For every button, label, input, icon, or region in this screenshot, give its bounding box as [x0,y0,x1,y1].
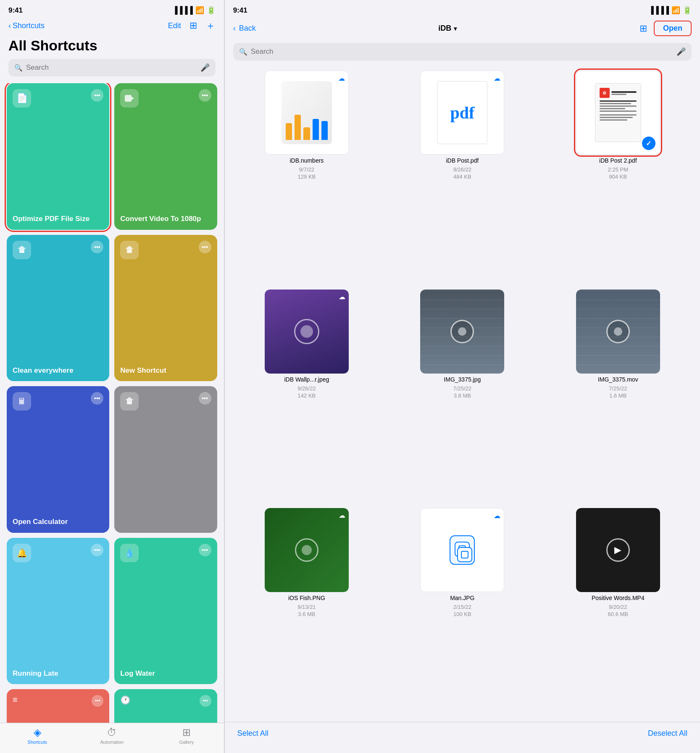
file-name-idb-wallpaper: iDB Wallp...r.jpeg [284,376,329,383]
back-button-left[interactable]: ‹ Shortcuts [8,21,45,30]
partial-more-teal[interactable]: ••• [200,695,211,707]
doc-visual: ⚙ [595,83,641,142]
search-bar-right[interactable]: 🔍 🎤 [233,43,692,61]
grid-icon[interactable]: ⊞ [189,20,197,31]
status-icons-left: ▐▐▐▐ 📶 🔋 [173,6,216,15]
shortcut-card-open-calculator[interactable]: 🖩 ••• Open Calculator [7,386,109,533]
play-circle-icon: ▶ [606,538,630,562]
shortcut-card-clean-everywhere[interactable]: ••• Clean everywhere [7,235,109,382]
add-icon[interactable]: ＋ [205,19,216,32]
back-button-right[interactable]: ‹ Back [233,24,256,33]
back-label-right: Back [239,24,256,33]
deselect-all-button[interactable]: Deselect All [648,729,687,738]
file-item-man-jpg[interactable]: ☁ Man.JPG 2/15/22 [389,508,536,719]
tab-gallery[interactable]: ⊞ Gallery [149,727,224,745]
partial-more-salmon[interactable]: ••• [92,695,103,707]
file-item-positive-words[interactable]: ▶ Positive Words.MP4 9/20/22 60.6 MB [545,508,692,719]
status-icons-right: ▐▐▐▐ 📶 🔋 [649,6,692,15]
automation-tab-icon: ⏱ [107,727,117,738]
search-input-left[interactable] [26,63,197,72]
file-item-ios-fish[interactable]: ☁ iOS Fish.PNG 9/13/21 3.6 MB [233,508,380,719]
partial-icon-teal: 🕐 [120,695,131,705]
card-icon-open-calculator: 🖩 [13,392,31,411]
file-size-positive-words: 60.6 MB [608,611,628,617]
svg-rect-0 [125,95,132,102]
chevron-left-icon: ‹ [8,21,11,30]
file-size-ios-fish: 3.6 MB [298,611,315,617]
file-date-idb-wallpaper: 9/26/22 [297,385,316,392]
mic-icon-right[interactable]: 🎤 [676,47,686,56]
bottom-actions-right: Select All Deselect All [225,722,700,753]
card-more-log-water[interactable]: ••• [199,544,211,556]
file-item-idb-numbers[interactable]: ☁ iDB.numbers 9/7/22 129 KB [233,71,380,281]
partial-cards-row: ≡ ••• 🕐 ••• [0,689,224,723]
card-icon-convert-video [120,89,139,108]
status-bar-left: 9:41 ▐▐▐▐ 📶 🔋 [0,0,224,17]
automation-tab-label: Automation [100,740,124,745]
file-item-idb-wallpaper[interactable]: ☁ iDB Wallp...r.jpeg 9/26/22 142 KB [233,290,380,500]
card-more-running-late[interactable]: ••• [91,544,103,556]
grid-view-icon-right[interactable]: ⊞ [639,23,647,34]
file-item-img-3375-jpg[interactable]: IMG_3375.jpg 7/25/22 3.8 MB [389,290,536,500]
file-date-img-3375-jpg: 7/25/22 [453,385,471,392]
mic-icon-left[interactable]: 🎤 [200,63,210,72]
cloud-icon-idb-numbers: ☁ [338,74,345,82]
battery-icon: 🔋 [207,6,216,15]
card-icon-optimize-pdf: 📄 [13,89,31,108]
card-label-convert-video: Convert Video To 1080p [120,214,211,224]
svg-rect-4 [128,402,131,404]
tab-shortcuts[interactable]: ◈ Shortcuts [0,727,75,745]
file-item-idb-post-pdf[interactable]: ☁ pdf iDB Post.pdf 9/26/22 484 KB [389,71,536,281]
card-label-log-water: Log Water [120,669,211,678]
card-label-running-late: Running Late [13,669,103,678]
open-button[interactable]: Open [654,21,692,36]
card-label-optimize-pdf: Optimize PDF File Size [13,214,103,224]
file-item-idb-post-2-pdf[interactable]: ⚙ [545,71,692,281]
dropdown-chevron-icon[interactable]: ▾ [454,25,457,32]
card-more-optimize-pdf[interactable]: ••• [91,89,103,102]
file-name-idb-post-pdf: iDB Post.pdf [446,157,479,164]
cloud-icon-idb-wallpaper: ☁ [339,293,345,301]
card-label-clean-everywhere: Clean everywhere [13,366,103,375]
cloud-icon-idb-post-pdf: ☁ [494,74,500,82]
search-input-right[interactable] [251,47,673,56]
file-thumb-man-jpg: ☁ [420,508,504,592]
card-label-new-shortcut: New Shortcut [120,366,211,375]
card-more-convert-video[interactable]: ••• [199,89,211,102]
file-date-positive-words: 9/20/22 [609,604,627,610]
card-more-open-calculator[interactable]: ••• [91,392,103,405]
file-size-man-jpg: 100 KB [453,611,471,617]
card-more-new-shortcut[interactable]: ••• [199,241,211,253]
edit-button[interactable]: Edit [168,21,181,30]
shortcuts-grid: 📄 ••• Optimize PDF File Size ••• Convert… [0,83,224,684]
file-size-idb-post-pdf: 484 KB [453,174,471,180]
time-left: 9:41 [8,6,23,15]
file-thumb-img-3375-jpg [420,290,504,374]
file-size-idb-post-2-pdf: 904 KB [609,174,627,180]
pdf-visual: pdf [437,81,487,144]
partial-card-salmon[interactable]: ≡ ••• [7,689,109,723]
file-date-idb-post-2-pdf: 2:25 PM [608,166,628,173]
card-label-open-calculator: Open Calculator [13,517,103,527]
signal-icon-right: ▐▐▐▐ [649,6,669,15]
card-more-clean-everywhere[interactable]: ••• [91,241,103,253]
file-date-img-3375-mov: 7/25/22 [609,385,627,392]
shortcut-card-convert-video[interactable]: ••• Convert Video To 1080p [114,83,217,230]
wifi-icon: 📶 [195,6,204,15]
card-more-gray[interactable]: ••• [199,392,211,405]
select-all-button[interactable]: Select All [237,729,268,738]
search-bar-left[interactable]: 🔍 🎤 [8,59,216,76]
tab-automation[interactable]: ⏱ Automation [75,727,150,745]
file-date-man-jpg: 2/15/22 [453,604,471,610]
card-icon-gray [120,392,139,411]
back-label-left: Shortcuts [13,21,45,30]
shortcut-card-running-late[interactable]: 🔔 ••• Running Late [7,538,109,685]
shortcut-card-optimize-pdf[interactable]: 📄 ••• Optimize PDF File Size [7,83,109,230]
file-item-img-3375-mov[interactable]: IMG_3375.mov 7/25/22 1.6 MB [545,290,692,500]
shortcut-card-log-water[interactable]: 💧 ••• Log Water [114,538,217,685]
partial-card-teal[interactable]: 🕐 ••• [114,689,217,723]
wallpaper-visual: ☁ [265,290,349,374]
shortcut-card-gray[interactable]: ••• [114,386,217,533]
file-date-ios-fish: 9/13/21 [297,604,316,610]
shortcut-card-new-shortcut[interactable]: ••• New Shortcut [114,235,217,382]
